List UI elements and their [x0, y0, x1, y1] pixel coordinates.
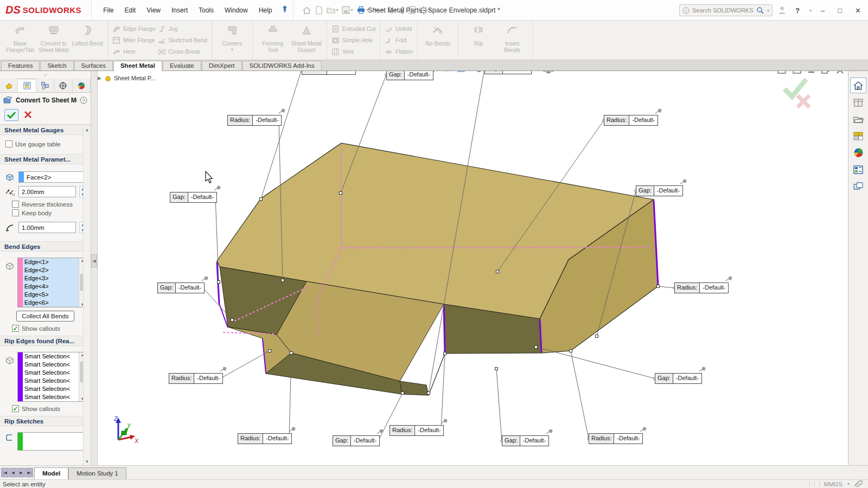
display-pane-button[interactable]	[407, 5, 417, 15]
miter-flange-button[interactable]: Miter Flange	[112, 36, 156, 45]
ribbon-tab[interactable]: Evaluate	[163, 61, 201, 70]
callout-value[interactable]: -Default-	[194, 374, 222, 383]
callout-value[interactable]: -Default-	[327, 71, 355, 74]
cancel-button[interactable]	[24, 111, 32, 120]
taskpane-home-button[interactable]	[850, 78, 866, 93]
menu-item[interactable]: Window	[220, 4, 253, 16]
previous-view-icon[interactable]	[442, 71, 453, 74]
callout-radius[interactable]: Radius:-Default-	[227, 115, 282, 126]
pin-icon[interactable]	[214, 185, 221, 192]
callout-gap[interactable]: Gap:-Default-	[502, 435, 549, 446]
units-selector[interactable]: MMGS	[824, 481, 843, 487]
undo-dropdown-caret[interactable]: ▾	[381, 8, 384, 12]
cross-break-button[interactable]: Cross-Break	[158, 47, 207, 56]
callout-radius[interactable]: Radius:-Default-	[390, 425, 444, 436]
fixed-face-input[interactable]: Face<2>	[18, 171, 86, 183]
bend-edge-item[interactable]: Edge<3>	[23, 274, 79, 282]
menu-item[interactable]: Tools	[194, 4, 219, 16]
save-dropdown-caret[interactable]: ▾	[350, 8, 353, 12]
bend-edge-item[interactable]: Edge<5>	[23, 291, 79, 299]
callout-radius[interactable]: Radius:-Default-	[589, 433, 643, 444]
thickness-input[interactable]: 2.00mm	[18, 186, 76, 197]
view-settings-icon[interactable]: ▾	[542, 71, 558, 74]
ribbon-tab[interactable]: SOLIDWORKS Add-Ins	[242, 61, 322, 70]
print-button[interactable]: ▾	[355, 5, 369, 15]
reverse-thickness-checkbox[interactable]	[12, 201, 19, 208]
ribbon-tab[interactable]: Sketch	[40, 61, 73, 70]
callout-value[interactable]: -Default-	[405, 71, 433, 80]
callout-value[interactable]: -Default-	[263, 434, 291, 444]
rip-sketches-list[interactable]	[17, 432, 86, 451]
callout-value[interactable]: -Default-	[503, 71, 531, 74]
callout-value[interactable]: -Default-	[654, 186, 682, 196]
minimize-button[interactable]: –	[817, 5, 828, 16]
leader-anchor-handle[interactable]	[495, 368, 498, 370]
bend-edges-list[interactable]: Edge<1>Edge<2>Edge<3>Edge<4>Edge<5>Edge<…	[17, 258, 86, 307]
callout-radius[interactable]: Radius:-Default-	[302, 71, 356, 75]
leader-anchor-handle[interactable]	[269, 350, 271, 352]
graphics-viewport[interactable]: Z Y X ▶ Sheet Metal P... ▾ ▾ ▾	[98, 71, 848, 465]
maximize-button[interactable]: □	[834, 5, 846, 16]
callout-value[interactable]: -Default-	[700, 283, 728, 293]
unfold-button[interactable]: Unfold	[385, 24, 413, 34]
section-rip-edges[interactable]: Rip Edges found (Rea...⌃	[0, 336, 91, 346]
taskpane-resources-button[interactable]	[850, 94, 866, 110]
search-icon[interactable]	[756, 7, 764, 14]
callout-radius[interactable]: Radius:-Default-	[169, 373, 223, 384]
bend-edge-item[interactable]: Edge<6>	[23, 299, 79, 307]
keep-body-checkbox[interactable]	[12, 209, 19, 216]
section-bend-edges[interactable]: Bend Edges⌃	[0, 241, 91, 252]
help-dropdown-caret[interactable]: ▾	[809, 8, 812, 13]
edge-flange-button[interactable]: Edge Flange	[112, 24, 156, 34]
bend-edge-item[interactable]: Edge<4>	[23, 282, 79, 291]
leader-anchor-handle[interactable]	[218, 281, 220, 284]
hem-button[interactable]: Hem	[112, 47, 156, 56]
tab-last-button[interactable]: ▶|	[25, 468, 33, 477]
rip-edge-item[interactable]: Smart Selection<	[23, 393, 79, 401]
home-button[interactable]	[301, 5, 312, 16]
print-dropdown-caret[interactable]: ▾	[366, 8, 368, 12]
callout-value[interactable]: -Default-	[520, 436, 548, 446]
convert-to-sheet-metal-button[interactable]: Convert to Sheet Metal	[38, 22, 69, 59]
tab-featuremanager[interactable]	[0, 79, 18, 92]
collect-all-bends-button[interactable]: Collect All Bends	[16, 311, 74, 322]
menu-item[interactable]: Help	[254, 4, 277, 16]
pin-icon[interactable]	[278, 108, 285, 115]
menu-item[interactable]: View	[142, 4, 165, 16]
open-dropdown-caret[interactable]: ▾	[336, 8, 338, 12]
callout-value[interactable]: -Default-	[614, 434, 642, 444]
jog-button[interactable]: Jog	[158, 24, 207, 34]
callout-gap[interactable]: Gap:-Default-	[333, 435, 380, 446]
search-dropdown-caret[interactable]: ▾	[767, 8, 769, 13]
reference-button[interactable]	[399, 5, 406, 16]
leader-anchor-handle[interactable]	[444, 352, 446, 355]
bend-edge-item[interactable]: Edge<2>	[23, 266, 79, 274]
rip-button[interactable]: Rip	[463, 22, 494, 59]
no-bends-button[interactable]: No Bends	[422, 22, 454, 59]
leader-anchor-handle[interactable]	[282, 279, 284, 282]
pin-icon[interactable]	[680, 179, 687, 185]
show-callouts-checkbox[interactable]	[12, 325, 19, 332]
vent-button[interactable]: Vent	[331, 47, 375, 56]
menu-item[interactable]: File	[98, 4, 118, 16]
tab-next-button[interactable]: ▶	[17, 468, 25, 477]
tab-displaymanager[interactable]	[73, 79, 91, 92]
doc-restore-button[interactable]	[821, 71, 830, 76]
ribbon-tab[interactable]: Sheet Metal	[113, 61, 162, 71]
taskpane-custom-properties-button[interactable]	[850, 178, 866, 194]
pin-icon[interactable]	[220, 367, 227, 373]
rip-edge-item[interactable]: Smart Selection<	[23, 361, 79, 369]
undo-button[interactable]: ▾	[371, 5, 385, 15]
rip-edge-item[interactable]: Smart Selection<	[23, 385, 79, 393]
help-button[interactable]: ?	[792, 5, 803, 16]
callout-gap[interactable]: Gap:-Default-	[157, 282, 205, 293]
help-icon[interactable]: ?	[80, 97, 87, 104]
leader-anchor-handle[interactable]	[657, 285, 660, 288]
section-sheet-metal-gauges[interactable]: Sheet Metal Gauges⌃	[0, 125, 91, 135]
ribbon-tab[interactable]: Surfaces	[74, 61, 113, 70]
leader-anchor-handle[interactable]	[535, 346, 538, 349]
close-button[interactable]: ✕	[851, 5, 865, 16]
callout-value[interactable]: -Default-	[673, 374, 701, 383]
leader-anchor-handle[interactable]	[427, 392, 430, 395]
pin-icon[interactable]	[640, 427, 647, 433]
